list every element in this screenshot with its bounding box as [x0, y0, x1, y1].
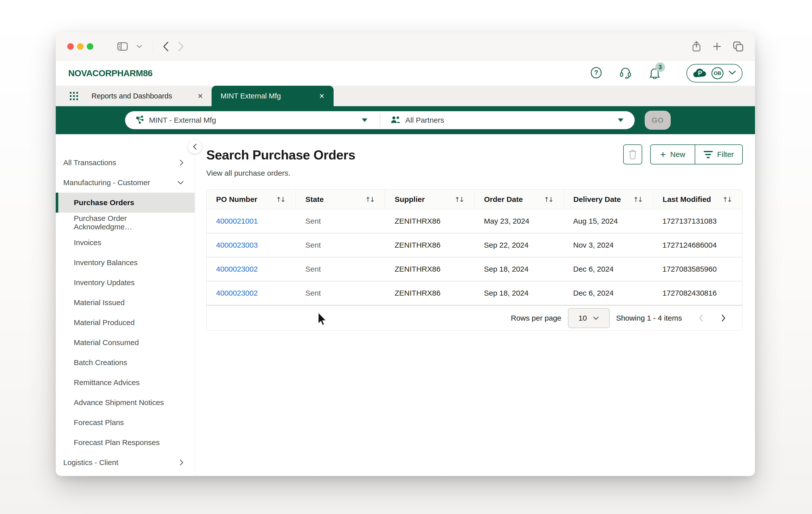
rows-per-page-select[interactable]: 10 [568, 308, 610, 328]
sidebar-item-label: Purchase Orders [74, 199, 134, 207]
sidebar-item-purchase-order-acknowledgments[interactable]: Purchase Order Acknowledgme… [56, 213, 195, 233]
sidebar-toggle-icon[interactable] [117, 42, 128, 51]
support-headset-icon[interactable] [619, 67, 632, 80]
sidebar-item-logistics-client[interactable]: Logistics - Client [56, 453, 195, 473]
minimize-window-button[interactable] [77, 43, 84, 50]
sidebar-item-label: Logistics - Client [63, 458, 118, 467]
sidebar-item-forecast-plans[interactable]: Forecast Plans [56, 413, 195, 432]
column-header-order-date[interactable]: Order Date↑↓ [475, 190, 564, 209]
sidebar-item-manufacturing-customer[interactable]: Manufacturing - Customer [56, 173, 195, 193]
table-header-row: PO Number↑↓ State↑↓ Supplier↑↓ Order Dat… [207, 190, 742, 209]
delete-button[interactable] [623, 145, 642, 164]
sidebar-item-label: Material Issued [74, 298, 124, 307]
sidebar-item-inventory-balances[interactable]: Inventory Balances [56, 253, 195, 273]
supplier-cell: ZENITHRX86 [385, 241, 474, 249]
new-button[interactable]: + New [651, 145, 695, 164]
sidebar-item-all-transactions[interactable]: All Transactions [56, 153, 195, 173]
dropdown-arrow-icon [362, 118, 367, 122]
delivery-date-cell: Dec 6, 2024 [564, 289, 653, 297]
supplier-cell: ZENITHRX86 [385, 265, 474, 273]
notification-count-badge: 3 [656, 62, 665, 72]
next-page-button[interactable] [719, 314, 728, 322]
sort-icon: ↑↓ [723, 195, 731, 203]
sidebar-item-invoices[interactable]: Invoices [56, 233, 195, 253]
sidebar-item-material-consumed[interactable]: Material Consumed [56, 333, 195, 353]
sort-icon: ↑↓ [276, 195, 285, 203]
sidebar-item-label: Advance Shipment Notices [74, 398, 164, 407]
sidebar-item-advance-shipment-notices[interactable]: Advance Shipment Notices [56, 393, 195, 413]
sidebar-item-purchase-orders[interactable]: Purchase Orders [56, 193, 195, 213]
column-header-po-number[interactable]: PO Number↑↓ [207, 190, 296, 209]
sidebar-item-forecast-plan-responses[interactable]: Forecast Plan Responses [56, 432, 195, 453]
maximize-window-button[interactable] [87, 43, 93, 50]
order-date-cell: Sep 18, 2024 [474, 289, 564, 297]
chevron-down-icon [177, 180, 184, 185]
po-number-link[interactable]: 4000021001 [207, 217, 296, 225]
last-modified-cell: 1727124686004 [653, 241, 742, 249]
sidebar-item-material-issued[interactable]: Material Issued [56, 293, 195, 312]
forward-button[interactable] [178, 41, 184, 52]
profile-menu[interactable]: P OB [687, 64, 743, 83]
last-modified-cell: 1727082430816 [653, 289, 742, 297]
previous-page-button[interactable] [696, 314, 706, 322]
app-launcher-icon[interactable] [70, 92, 78, 100]
column-header-state[interactable]: State↑↓ [296, 190, 385, 209]
filter-button[interactable]: Filter [695, 145, 742, 164]
order-date-cell: May 23, 2024 [474, 217, 564, 225]
state-cell: Sent [296, 217, 385, 225]
tab-label: Reports and Dashboards [91, 92, 172, 100]
sidebar-item-label: Inventory Updates [74, 278, 135, 287]
sort-icon: ↑↓ [633, 195, 642, 203]
partners-icon [390, 116, 401, 125]
back-button[interactable] [163, 41, 169, 52]
purchase-orders-table: PO Number↑↓ State↑↓ Supplier↑↓ Order Dat… [206, 189, 743, 331]
context-toolbar: MINT - External Mfg All Partners GO [56, 106, 755, 134]
state-cell: Sent [296, 265, 385, 273]
tab-overview-icon[interactable] [733, 41, 744, 52]
table-row: 4000023002 Sent ZENITHRX86 Sep 18, 2024 … [207, 281, 742, 305]
sidebar-nav: All Transactions Manufacturing - Custome… [56, 134, 195, 476]
last-modified-cell: 1727083585960 [653, 265, 742, 273]
delivery-date-cell: Aug 15, 2024 [564, 217, 653, 225]
tab-reports-and-dashboards[interactable]: Reports and Dashboards ✕ [91, 86, 207, 106]
order-date-cell: Sep 18, 2024 [474, 265, 564, 273]
column-header-supplier[interactable]: Supplier↑↓ [385, 190, 474, 209]
delivery-date-cell: Nov 3, 2024 [564, 241, 653, 249]
supplier-cell: ZENITHRX86 [385, 289, 474, 297]
supplier-cell: ZENITHRX86 [385, 217, 474, 225]
partners-selector[interactable]: All Partners [380, 111, 635, 129]
new-tab-icon[interactable] [713, 42, 722, 51]
help-icon[interactable]: ? [590, 67, 602, 80]
app-tab-strip: Reports and Dashboards ✕ MINT External M… [56, 86, 755, 106]
column-header-delivery-date[interactable]: Delivery Date↑↓ [564, 190, 653, 209]
po-number-link[interactable]: 4000023002 [207, 289, 296, 297]
sidebar-collapse-button[interactable] [188, 140, 202, 154]
sidebar-item-remittance-advices[interactable]: Remittance Advices [56, 372, 195, 393]
close-tab-icon[interactable]: ✕ [197, 92, 203, 100]
page-subtitle: View all purchase orders. [206, 169, 743, 177]
sidebar-item-label: Remittance Advices [74, 378, 140, 387]
chevron-right-icon [721, 314, 726, 322]
partners-selector-value: All Partners [405, 116, 444, 124]
column-header-last-modified[interactable]: Last Modified↑↓ [653, 190, 742, 209]
close-tab-icon[interactable]: ✕ [319, 92, 325, 100]
rows-per-page-label: Rows per page [511, 314, 561, 322]
network-selector[interactable]: MINT - External Mfg [125, 111, 380, 129]
po-number-link[interactable]: 4000023003 [207, 241, 296, 249]
tab-mint-external-mfg[interactable]: MINT External Mfg ✕ [211, 86, 334, 106]
sidebar-item-batch-creations[interactable]: Batch Creations [56, 353, 195, 372]
network-icon [135, 115, 145, 125]
close-window-button[interactable] [67, 43, 74, 50]
table-row: 4000023002 Sent ZENITHRX86 Sep 18, 2024 … [207, 258, 742, 281]
notifications-bell-icon[interactable]: 3 [649, 66, 661, 80]
chevron-down-icon[interactable] [136, 44, 142, 49]
go-button[interactable]: GO [645, 111, 671, 130]
po-number-link[interactable]: 4000023002 [207, 265, 296, 273]
sidebar-item-inventory-updates[interactable]: Inventory Updates [56, 273, 195, 293]
sidebar-item-label: Material Produced [74, 319, 135, 327]
context-selector: MINT - External Mfg All Partners [125, 111, 635, 129]
share-icon[interactable] [692, 41, 701, 52]
table-pagination: Rows per page 10 Showing 1 - 4 items [207, 305, 742, 330]
sidebar-item-material-produced[interactable]: Material Produced [56, 312, 195, 333]
sort-icon: ↑↓ [455, 195, 463, 203]
